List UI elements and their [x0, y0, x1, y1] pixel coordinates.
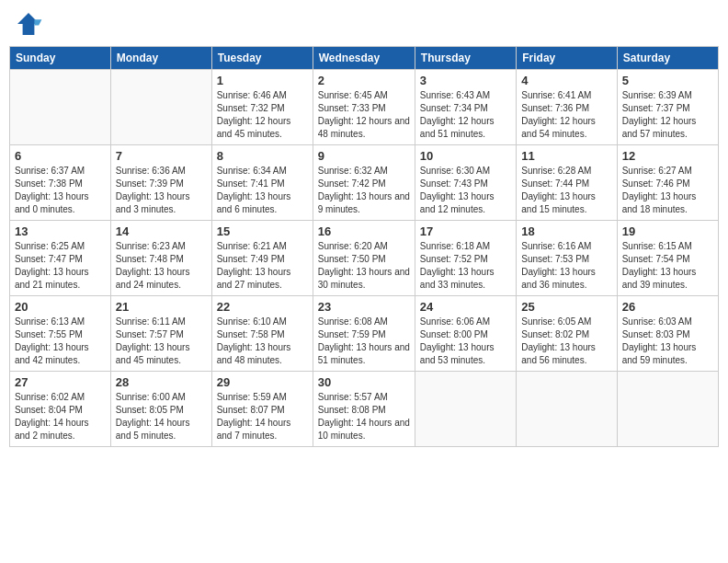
day-number: 2 — [318, 74, 410, 87]
day-content: Sunrise: 6:37 AM Sunset: 7:38 PM Dayligh… — [15, 165, 106, 216]
logo — [14, 9, 47, 39]
calendar-cell: 17Sunrise: 6:18 AM Sunset: 7:52 PM Dayli… — [415, 221, 516, 296]
day-content: Sunrise: 6:36 AM Sunset: 7:39 PM Dayligh… — [116, 165, 207, 216]
day-number: 21 — [116, 300, 207, 314]
day-number: 4 — [521, 74, 611, 87]
calendar-cell — [110, 70, 211, 145]
day-number: 29 — [217, 375, 308, 389]
day-number: 10 — [420, 149, 511, 163]
calendar-week-5: 27Sunrise: 6:02 AM Sunset: 8:04 PM Dayli… — [10, 372, 719, 447]
day-number: 3 — [420, 74, 511, 87]
day-content: Sunrise: 6:16 AM Sunset: 7:53 PM Dayligh… — [521, 240, 611, 292]
day-number: 17 — [420, 224, 511, 238]
calendar-cell: 9Sunrise: 6:32 AM Sunset: 7:42 PM Daylig… — [313, 145, 415, 221]
calendar-table: SundayMondayTuesdayWednesdayThursdayFrid… — [9, 46, 719, 447]
day-number: 1 — [217, 74, 308, 87]
calendar-cell: 7Sunrise: 6:36 AM Sunset: 7:39 PM Daylig… — [110, 145, 211, 221]
calendar-cell: 3Sunrise: 6:43 AM Sunset: 7:34 PM Daylig… — [415, 70, 516, 145]
calendar-cell: 16Sunrise: 6:20 AM Sunset: 7:50 PM Dayli… — [313, 221, 415, 296]
day-number: 25 — [521, 300, 611, 314]
calendar-cell: 28Sunrise: 6:00 AM Sunset: 8:05 PM Dayli… — [110, 372, 211, 447]
calendar-cell: 25Sunrise: 6:05 AM Sunset: 8:02 PM Dayli… — [517, 296, 617, 372]
calendar-header-row: SundayMondayTuesdayWednesdayThursdayFrid… — [10, 47, 719, 70]
calendar-cell: 13Sunrise: 6:25 AM Sunset: 7:47 PM Dayli… — [10, 221, 111, 296]
calendar-cell: 21Sunrise: 6:11 AM Sunset: 7:57 PM Dayli… — [110, 296, 211, 372]
calendar-cell: 12Sunrise: 6:27 AM Sunset: 7:46 PM Dayli… — [617, 145, 718, 221]
calendar-cell — [415, 372, 516, 447]
day-content: Sunrise: 6:21 AM Sunset: 7:49 PM Dayligh… — [217, 240, 308, 292]
day-number: 22 — [217, 300, 308, 314]
day-content: Sunrise: 6:25 AM Sunset: 7:47 PM Dayligh… — [15, 240, 106, 292]
day-number: 24 — [420, 300, 511, 314]
day-content: Sunrise: 6:41 AM Sunset: 7:36 PM Dayligh… — [521, 89, 611, 141]
day-header-monday: Monday — [110, 47, 211, 70]
day-number: 13 — [15, 224, 106, 238]
calendar-cell — [10, 70, 111, 145]
calendar-cell: 18Sunrise: 6:16 AM Sunset: 7:53 PM Dayli… — [517, 221, 617, 296]
calendar-cell: 5Sunrise: 6:39 AM Sunset: 7:37 PM Daylig… — [617, 70, 718, 145]
calendar-cell: 6Sunrise: 6:37 AM Sunset: 7:38 PM Daylig… — [10, 145, 111, 221]
day-content: Sunrise: 6:45 AM Sunset: 7:33 PM Dayligh… — [318, 89, 410, 141]
calendar-cell: 15Sunrise: 6:21 AM Sunset: 7:49 PM Dayli… — [211, 221, 313, 296]
calendar-cell: 8Sunrise: 6:34 AM Sunset: 7:41 PM Daylig… — [211, 145, 313, 221]
day-content: Sunrise: 6:15 AM Sunset: 7:54 PM Dayligh… — [622, 240, 713, 292]
day-content: Sunrise: 6:06 AM Sunset: 8:00 PM Dayligh… — [420, 316, 511, 367]
day-number: 5 — [622, 74, 713, 87]
day-header-saturday: Saturday — [617, 47, 718, 70]
calendar-cell — [517, 372, 617, 447]
day-content: Sunrise: 6:08 AM Sunset: 7:59 PM Dayligh… — [318, 316, 410, 367]
day-header-sunday: Sunday — [10, 47, 111, 70]
day-content: Sunrise: 6:23 AM Sunset: 7:48 PM Dayligh… — [116, 240, 207, 292]
day-number: 7 — [116, 149, 207, 163]
day-number: 14 — [116, 224, 207, 238]
day-number: 9 — [318, 149, 410, 163]
day-content: Sunrise: 6:18 AM Sunset: 7:52 PM Dayligh… — [420, 240, 511, 292]
day-header-friday: Friday — [517, 47, 617, 70]
day-content: Sunrise: 6:32 AM Sunset: 7:42 PM Dayligh… — [318, 165, 410, 216]
day-number: 18 — [521, 224, 611, 238]
day-number: 6 — [15, 149, 106, 163]
calendar-week-2: 6Sunrise: 6:37 AM Sunset: 7:38 PM Daylig… — [10, 145, 719, 221]
day-content: Sunrise: 6:34 AM Sunset: 7:41 PM Dayligh… — [217, 165, 308, 216]
calendar-cell: 30Sunrise: 5:57 AM Sunset: 8:08 PM Dayli… — [313, 372, 415, 447]
day-number: 28 — [116, 375, 207, 389]
day-content: Sunrise: 6:05 AM Sunset: 8:02 PM Dayligh… — [521, 316, 611, 367]
calendar-cell: 2Sunrise: 6:45 AM Sunset: 7:33 PM Daylig… — [313, 70, 415, 145]
day-content: Sunrise: 6:03 AM Sunset: 8:03 PM Dayligh… — [622, 316, 713, 367]
calendar-week-4: 20Sunrise: 6:13 AM Sunset: 7:55 PM Dayli… — [10, 296, 719, 372]
day-header-tuesday: Tuesday — [211, 47, 313, 70]
day-content: Sunrise: 5:57 AM Sunset: 8:08 PM Dayligh… — [318, 391, 410, 442]
calendar-cell: 10Sunrise: 6:30 AM Sunset: 7:43 PM Dayli… — [415, 145, 516, 221]
calendar-cell — [617, 372, 718, 447]
day-number: 27 — [15, 375, 106, 389]
calendar-cell: 19Sunrise: 6:15 AM Sunset: 7:54 PM Dayli… — [617, 221, 718, 296]
day-number: 26 — [622, 300, 713, 314]
page-header — [9, 9, 719, 39]
calendar-cell: 26Sunrise: 6:03 AM Sunset: 8:03 PM Dayli… — [617, 296, 718, 372]
day-header-thursday: Thursday — [415, 47, 516, 70]
logo-icon — [14, 9, 43, 39]
day-content: Sunrise: 6:39 AM Sunset: 7:37 PM Dayligh… — [622, 89, 713, 141]
day-number: 15 — [217, 224, 308, 238]
day-number: 30 — [318, 375, 410, 389]
day-content: Sunrise: 6:27 AM Sunset: 7:46 PM Dayligh… — [622, 165, 713, 216]
svg-marker-1 — [34, 19, 41, 25]
day-content: Sunrise: 6:02 AM Sunset: 8:04 PM Dayligh… — [15, 391, 106, 442]
day-header-wednesday: Wednesday — [313, 47, 415, 70]
day-content: Sunrise: 6:13 AM Sunset: 7:55 PM Dayligh… — [15, 316, 106, 367]
calendar-cell: 24Sunrise: 6:06 AM Sunset: 8:00 PM Dayli… — [415, 296, 516, 372]
day-content: Sunrise: 6:20 AM Sunset: 7:50 PM Dayligh… — [318, 240, 410, 292]
day-number: 20 — [15, 300, 106, 314]
calendar-cell: 29Sunrise: 5:59 AM Sunset: 8:07 PM Dayli… — [211, 372, 313, 447]
day-content: Sunrise: 6:43 AM Sunset: 7:34 PM Dayligh… — [420, 89, 511, 141]
calendar-week-3: 13Sunrise: 6:25 AM Sunset: 7:47 PM Dayli… — [10, 221, 719, 296]
calendar-cell: 23Sunrise: 6:08 AM Sunset: 7:59 PM Dayli… — [313, 296, 415, 372]
calendar-cell: 1Sunrise: 6:46 AM Sunset: 7:32 PM Daylig… — [211, 70, 313, 145]
day-content: Sunrise: 6:11 AM Sunset: 7:57 PM Dayligh… — [116, 316, 207, 367]
calendar-cell: 22Sunrise: 6:10 AM Sunset: 7:58 PM Dayli… — [211, 296, 313, 372]
calendar-cell: 20Sunrise: 6:13 AM Sunset: 7:55 PM Dayli… — [10, 296, 111, 372]
calendar-cell: 4Sunrise: 6:41 AM Sunset: 7:36 PM Daylig… — [517, 70, 617, 145]
calendar-cell: 14Sunrise: 6:23 AM Sunset: 7:48 PM Dayli… — [110, 221, 211, 296]
day-content: Sunrise: 6:00 AM Sunset: 8:05 PM Dayligh… — [116, 391, 207, 442]
day-number: 8 — [217, 149, 308, 163]
